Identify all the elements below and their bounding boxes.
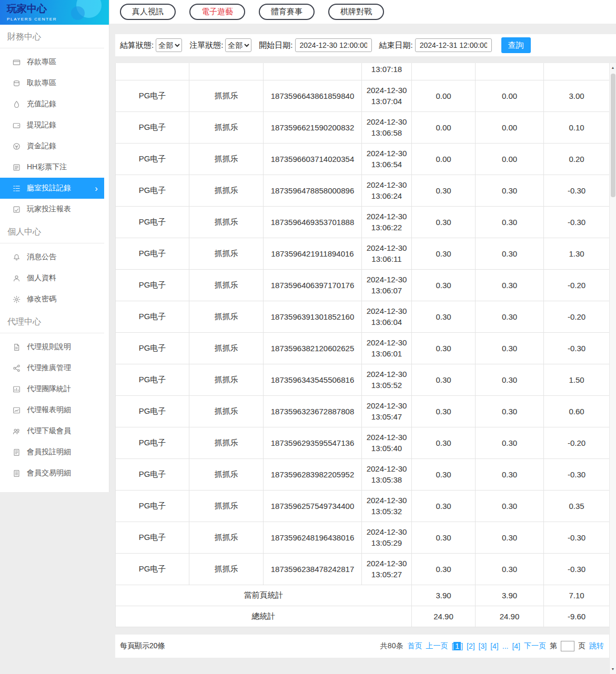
sidebar-item-label: 玩家投注報表 xyxy=(27,205,71,214)
bet-time-cell: 2024-12-3013:05:29 xyxy=(362,522,412,553)
category-tab[interactable]: 棋牌對戰 xyxy=(328,4,384,20)
platform-cell: PG电子 xyxy=(116,111,189,143)
bet-time-cell: 2024-12-3013:06:04 xyxy=(362,301,412,332)
sidebar-item[interactable]: 代理規則說明 xyxy=(0,336,109,358)
sidebar-item-label: 消息公告 xyxy=(27,252,56,262)
page-number[interactable]: 1 xyxy=(453,642,461,650)
sidebar-item-label: 會員投註明細 xyxy=(27,447,71,457)
page-link[interactable]: [2] xyxy=(467,642,475,650)
sidebar-item-label: 廳室投註記錄 xyxy=(27,183,71,193)
room-bet-record-icon xyxy=(13,185,21,192)
order-status-select[interactable]: 全部 xyxy=(225,38,251,52)
bet-amount-cell: 0.30 xyxy=(412,490,476,522)
start-date-input[interactable] xyxy=(295,38,372,52)
platform-cell: PG电子 xyxy=(116,238,189,269)
sidebar-item-label: 會員交易明細 xyxy=(27,468,71,478)
sidebar-item[interactable]: 代理下級會員 xyxy=(0,421,109,442)
scrollbar-thumb[interactable] xyxy=(611,74,615,197)
sidebar-item[interactable]: 玩家投注報表 xyxy=(0,199,109,220)
page-link[interactable]: [4] xyxy=(512,642,520,650)
scroll-down-arrow-icon[interactable]: ▼ xyxy=(610,666,616,673)
valid-bet-cell: 0.30 xyxy=(476,458,544,490)
search-button[interactable]: 查詢 xyxy=(501,37,531,53)
sidebar-item[interactable]: 會員投註明細 xyxy=(0,442,109,463)
sidebar-item[interactable]: 提現記錄 xyxy=(0,115,109,136)
prev-page-link[interactable]: 上一页 xyxy=(426,641,448,651)
page-number[interactable]: 2 xyxy=(469,642,473,650)
valid-bet-cell: 0.30 xyxy=(476,238,544,269)
sidebar-item[interactable]: 存款專區 xyxy=(0,52,109,73)
sidebar-item[interactable]: 充值記錄 xyxy=(0,94,109,115)
sidebar-item-label: 存款專區 xyxy=(27,57,56,67)
app-logo: 玩家中心 PLAYERS CENTER xyxy=(0,0,109,25)
category-tab[interactable]: 電子遊藝 xyxy=(189,4,245,20)
bet-amount-cell: 0.30 xyxy=(412,301,476,332)
valid-bet-cell: 3.90 xyxy=(476,585,544,606)
category-tab[interactable]: 體育賽事 xyxy=(259,4,315,20)
page-number[interactable]: 3 xyxy=(480,642,484,650)
recharge-icon xyxy=(13,100,21,108)
sidebar-item[interactable]: 個人資料 xyxy=(0,268,109,289)
page-summary-row: 當前頁統計3.903.907.10 xyxy=(116,585,610,606)
sidebar-item[interactable]: 會員交易明細 xyxy=(0,463,109,484)
settle-status-select[interactable]: 全部 xyxy=(156,38,182,52)
sidebar-item[interactable]: 代理團隊統計 xyxy=(0,379,109,400)
page-link[interactable]: [1] xyxy=(451,642,463,650)
sidebar-item[interactable]: HH彩票下注 xyxy=(0,157,109,178)
game-cell: 抓抓乐 xyxy=(189,427,264,458)
next-page-link[interactable]: 下一页 xyxy=(524,641,546,651)
page-link[interactable]: [4] xyxy=(490,642,499,650)
sidebar-item[interactable]: 代理推廣管理 xyxy=(0,358,109,379)
sidebar-item[interactable]: 修改密碼 xyxy=(0,289,109,310)
jump-button[interactable]: 跳转 xyxy=(589,641,604,651)
main-content: 真人視訊電子遊藝體育賽事棋牌對戰 結算狀態: 全部 注單狀態: 全部 開始日期:… xyxy=(109,0,616,674)
page-link[interactable]: [3] xyxy=(479,642,487,650)
game-cell xyxy=(189,63,264,80)
sidebar-item-label: 代理推廣管理 xyxy=(27,363,71,373)
sidebar-item[interactable]: 資金記錄 xyxy=(0,136,109,157)
bet-time-cell: 2024-12-3013:07:04 xyxy=(362,80,412,111)
sidebar-item[interactable]: 代理報表明細 xyxy=(0,400,109,421)
sidebar-item[interactable]: 廳室投註記錄› xyxy=(0,178,104,199)
first-page-link[interactable]: 首页 xyxy=(407,641,422,651)
cashout-icon xyxy=(13,121,21,129)
end-date-label: 結束日期: xyxy=(379,40,413,50)
page-number[interactable]: 4 xyxy=(492,642,497,650)
bet-time-cell: 2024-12-3013:05:27 xyxy=(362,553,412,585)
bet-time-cell: 2024-12-3013:06:01 xyxy=(362,332,412,364)
lottery-icon xyxy=(13,164,21,171)
vertical-scrollbar[interactable]: ▲ ▼ xyxy=(609,63,616,674)
profit-cell: 0.20 xyxy=(544,143,610,175)
order-no-cell: 1873596621590200832 xyxy=(264,111,362,143)
valid-bet-cell: 24.90 xyxy=(476,606,544,627)
scroll-up-arrow-icon[interactable]: ▲ xyxy=(610,64,616,72)
sidebar-item-label: 代理規則說明 xyxy=(27,342,71,352)
valid-bet-cell: 0.30 xyxy=(476,364,544,395)
game-cell: 抓抓乐 xyxy=(189,553,264,585)
profit-cell: -0.30 xyxy=(544,522,610,553)
table-row: PG电子抓抓乐18735964063971701762024-12-3013:0… xyxy=(116,269,610,301)
category-tab[interactable]: 真人視訊 xyxy=(120,4,176,20)
sidebar-item-label: 提現記錄 xyxy=(27,120,56,130)
sidebar-item[interactable]: 消息公告 xyxy=(0,247,109,268)
sidebar-item[interactable]: 取款專區 xyxy=(0,73,109,94)
promotion-icon xyxy=(13,364,21,372)
page-number[interactable]: 4 xyxy=(514,642,518,650)
order-status-label: 注單狀態: xyxy=(189,40,223,50)
game-cell: 抓抓乐 xyxy=(189,364,264,395)
settle-status-label: 結算狀態: xyxy=(120,40,154,50)
member-trans-icon xyxy=(13,469,21,477)
order-no-cell: 1873596323672887808 xyxy=(264,395,362,427)
game-cell: 抓抓乐 xyxy=(189,332,264,364)
bet-amount-cell: 0.00 xyxy=(412,143,476,175)
summary-label: 總統計 xyxy=(116,606,412,627)
jump-page-input[interactable] xyxy=(561,641,574,651)
sidebar-item-label: 個人資料 xyxy=(27,273,56,283)
game-cell: 抓抓乐 xyxy=(189,111,264,143)
table-row: PG电子抓抓乐18735966037140203542024-12-3013:0… xyxy=(116,143,610,175)
order-no-cell: 1873596603714020354 xyxy=(264,143,362,175)
platform-cell: PG电子 xyxy=(116,490,189,522)
end-date-input[interactable] xyxy=(415,38,492,52)
profit-cell xyxy=(544,63,610,80)
table-row: PG电子抓抓乐18735962481964380162024-12-3013:0… xyxy=(116,522,610,553)
